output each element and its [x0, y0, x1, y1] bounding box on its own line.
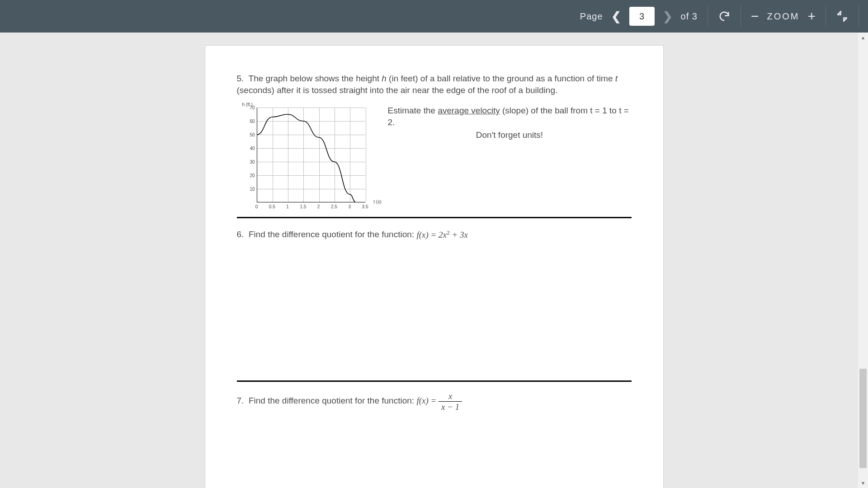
q5-est-underline: average velocity	[438, 106, 500, 115]
zoom-label: ZOOM	[767, 11, 799, 22]
page-total-label: of 3	[681, 11, 698, 22]
q6-text: Find the difference quotient for the fun…	[249, 230, 416, 239]
q6-function: f(x) = 2x2 + 3x	[416, 230, 468, 239]
q7-function: f(x) = x x − 1	[416, 396, 462, 405]
q5-prompt: 5. The graph below shows the height h (i…	[237, 73, 632, 96]
chart-y-tick: 40	[250, 146, 255, 151]
chart-y-tick: 20	[250, 173, 255, 178]
zoom-in-button[interactable]: +	[807, 9, 816, 24]
chart-x-tick: 0	[255, 204, 258, 209]
q5-t: t	[615, 74, 618, 83]
toolbar-divider	[859, 5, 859, 27]
scrollbar-thumb[interactable]	[859, 369, 867, 468]
scroll-down-button[interactable]: ▾	[858, 478, 868, 488]
chart-x-tick: 3	[348, 204, 351, 209]
q5-chart: h (ft.) 1020304050607000.511.522.533.5 t…	[237, 104, 373, 212]
q7-text: Find the difference quotient for the fun…	[249, 396, 416, 405]
q5-dont-forget: Don't forget units!	[388, 129, 632, 141]
reload-group	[708, 0, 741, 33]
page-label: Page	[580, 11, 603, 22]
page-nav-group: Page ❮ ❯ of 3	[570, 0, 708, 33]
fullscreen-collapse-icon[interactable]	[836, 10, 849, 23]
q6-number: 6.	[237, 230, 244, 239]
chart-x-tick: 2	[317, 204, 320, 209]
q7-numerator: x	[439, 392, 462, 402]
q5-text-b: (in feet) of a ball relative to the grou…	[387, 74, 615, 83]
pdf-toolbar: Page ❮ ❯ of 3 − ZOOM +	[0, 0, 868, 33]
next-page-button[interactable]: ❯	[663, 9, 673, 23]
chart-y-tick: 30	[250, 160, 255, 164]
q7-prompt: 7. Find the difference quotient for the …	[237, 392, 632, 411]
document-page: 5. The graph below shows the height h (i…	[205, 45, 664, 488]
reload-icon[interactable]	[718, 10, 731, 23]
q5-text-c: (seconds) after it is tossed straight in…	[237, 85, 558, 95]
q6-workspace	[237, 240, 632, 376]
scroll-up-button[interactable]: ▴	[858, 33, 868, 42]
page-number-input[interactable]	[629, 7, 655, 26]
chart-x-tick: 1	[286, 204, 289, 209]
chart-x-axis-label: t (s)	[373, 199, 381, 204]
q6-fx: f(x) = 2x	[416, 230, 447, 239]
section-divider	[237, 217, 632, 218]
q7-denominator: x − 1	[439, 402, 462, 411]
q7-number: 7.	[237, 396, 244, 405]
chart-y-tick: 70	[250, 105, 255, 110]
chart-y-tick: 10	[250, 187, 255, 192]
chart-x-tick: 2.5	[331, 204, 337, 209]
q6-prompt: 6. Find the difference quotient for the …	[237, 228, 632, 240]
q5-text-a: The graph below shows the height	[249, 74, 382, 83]
q6-sq: 2	[447, 229, 450, 235]
chart-y-tick: 60	[250, 119, 255, 124]
q5-h: h	[382, 74, 387, 83]
chart-curve	[257, 108, 365, 202]
prev-page-button[interactable]: ❮	[611, 9, 621, 23]
vertical-scrollbar[interactable]: ▴ ▾	[858, 33, 868, 488]
section-divider	[237, 380, 632, 382]
chart-x-tick: 1.5	[300, 204, 306, 209]
document-viewport[interactable]: 5. The graph below shows the height h (i…	[0, 33, 868, 488]
chart-x-tick: 0.5	[269, 204, 275, 209]
q7-fraction: x x − 1	[439, 392, 462, 411]
q5-est-a: Estimate the	[388, 106, 438, 115]
zoom-out-button[interactable]: −	[751, 9, 759, 24]
q5-number: 5.	[237, 74, 244, 83]
fullscreen-group	[826, 0, 859, 33]
zoom-group: − ZOOM +	[741, 0, 826, 33]
q5-instruction: Estimate the average velocity (slope) of…	[388, 104, 632, 141]
q7-fx: f(x) =	[416, 396, 439, 405]
chart-x-tick: 3.5	[362, 204, 368, 209]
chart-y-tick: 50	[250, 132, 255, 137]
q5-body: h (ft.) 1020304050607000.511.522.533.5 t…	[237, 104, 632, 212]
q6-plus: + 3x	[450, 230, 468, 239]
